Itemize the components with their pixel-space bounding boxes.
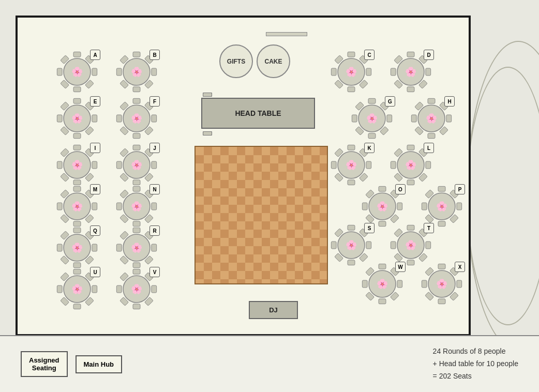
table-c[interactable]: 🌸C: [328, 49, 375, 95]
table-g[interactable]: 🌸G: [349, 95, 395, 142]
svg-rect-234: [438, 299, 445, 304]
table-v[interactable]: 🌸V: [113, 266, 160, 312]
svg-rect-36: [391, 68, 396, 76]
head-table-label: HEAD TABLE: [235, 109, 281, 117]
svg-rect-216: [116, 285, 122, 293]
table-label-n: N: [149, 184, 160, 194]
svg-rect-70: [428, 98, 435, 103]
svg-rect-122: [92, 203, 97, 210]
svg-text:🌸: 🌸: [71, 113, 83, 124]
table-d[interactable]: 🌸D: [387, 49, 434, 95]
svg-rect-4: [73, 87, 81, 92]
table-l[interactable]: 🌸L: [387, 142, 434, 188]
svg-rect-60: [368, 98, 376, 103]
seats-line2: + Head table for 10 people: [433, 358, 518, 370]
svg-rect-154: [438, 221, 445, 227]
svg-text:🌸: 🌸: [71, 159, 83, 171]
arc-decoration-2: [467, 41, 539, 351]
svg-rect-0: [73, 52, 81, 57]
table-label-w: W: [395, 262, 406, 272]
table-label-b: B: [149, 50, 160, 60]
svg-text:🌸: 🌸: [131, 283, 143, 295]
svg-rect-202: [92, 285, 97, 293]
svg-rect-14: [133, 87, 140, 92]
svg-text:🌸: 🌸: [131, 66, 143, 78]
table-a[interactable]: 🌸A: [54, 49, 100, 95]
table-label-i: I: [90, 143, 100, 153]
cake-label: CAKE: [264, 58, 282, 65]
svg-rect-104: [348, 180, 355, 185]
svg-rect-102: [366, 161, 371, 169]
svg-rect-210: [133, 269, 140, 274]
svg-text:🌸: 🌸: [436, 201, 448, 212]
svg-rect-52: [152, 115, 157, 122]
svg-rect-126: [57, 203, 62, 210]
svg-rect-182: [366, 242, 371, 249]
table-f[interactable]: 🌸F: [113, 95, 160, 142]
svg-rect-132: [152, 203, 157, 210]
svg-rect-66: [352, 115, 357, 122]
svg-rect-196: [391, 242, 396, 249]
table-label-f: F: [149, 96, 160, 107]
svg-rect-10: [133, 52, 140, 57]
table-label-d: D: [424, 50, 434, 60]
door: [266, 32, 307, 36]
svg-rect-136: [116, 203, 122, 210]
assigned-seating-label: AssignedSeating: [29, 356, 59, 372]
bottom-panel: AssignedSeating Main Hub 24 Rounds of 8 …: [0, 335, 539, 392]
svg-rect-220: [379, 264, 386, 269]
svg-rect-120: [73, 186, 81, 191]
table-n[interactable]: 🌸N: [113, 183, 160, 230]
table-i[interactable]: 🌸I: [54, 142, 100, 188]
svg-text:🌸: 🌸: [346, 66, 357, 78]
table-label-h: H: [444, 96, 455, 107]
legend-assigned-seating[interactable]: AssignedSeating: [21, 351, 68, 377]
svg-rect-212: [152, 285, 157, 293]
svg-rect-232: [457, 280, 462, 288]
table-e[interactable]: 🌸E: [54, 95, 100, 142]
svg-text:🌸: 🌸: [131, 159, 143, 171]
svg-text:🌸: 🌸: [377, 278, 388, 290]
table-h[interactable]: 🌸H: [408, 95, 455, 142]
head-chair: [203, 131, 212, 135]
svg-rect-76: [411, 115, 416, 122]
svg-text:🌸: 🌸: [366, 113, 378, 124]
svg-rect-230: [438, 264, 445, 269]
table-x[interactable]: 🌸X: [418, 261, 465, 307]
table-m[interactable]: 🌸M: [54, 183, 100, 230]
svg-rect-34: [407, 87, 414, 92]
svg-rect-46: [57, 115, 62, 122]
table-k[interactable]: 🌸K: [328, 142, 375, 188]
svg-rect-24: [348, 87, 355, 92]
dj-booth: DJ: [249, 301, 298, 319]
table-q[interactable]: 🌸Q: [54, 224, 100, 271]
legend-main-hub[interactable]: Main Hub: [76, 355, 123, 373]
svg-rect-26: [331, 68, 336, 76]
svg-rect-162: [92, 244, 97, 251]
svg-text:🌸: 🌸: [405, 159, 417, 171]
svg-text:🌸: 🌸: [377, 201, 388, 212]
seats-info: 24 Rounds of 8 people + Head table for 1…: [433, 345, 518, 382]
svg-rect-44: [73, 133, 81, 139]
dance-floor: [194, 146, 328, 284]
table-label-o: O: [395, 184, 406, 194]
svg-rect-110: [407, 145, 414, 150]
table-label-v: V: [149, 267, 160, 277]
svg-rect-176: [116, 244, 122, 251]
table-w[interactable]: 🌸W: [359, 261, 406, 307]
table-u[interactable]: 🌸U: [54, 266, 100, 312]
svg-rect-146: [362, 203, 367, 210]
svg-text:🌸: 🌸: [405, 66, 417, 78]
table-label-m: M: [90, 184, 100, 194]
gifts-table: GIFTS: [219, 44, 253, 78]
table-b[interactable]: 🌸B: [113, 49, 160, 95]
table-j[interactable]: 🌸J: [113, 142, 160, 188]
svg-rect-204: [73, 304, 81, 309]
table-r[interactable]: 🌸R: [113, 224, 160, 271]
svg-rect-82: [92, 161, 97, 169]
table-label-s: S: [364, 223, 375, 233]
svg-rect-224: [379, 299, 386, 304]
svg-rect-180: [348, 225, 355, 230]
svg-rect-200: [73, 269, 81, 274]
table-label-p: P: [455, 184, 465, 194]
